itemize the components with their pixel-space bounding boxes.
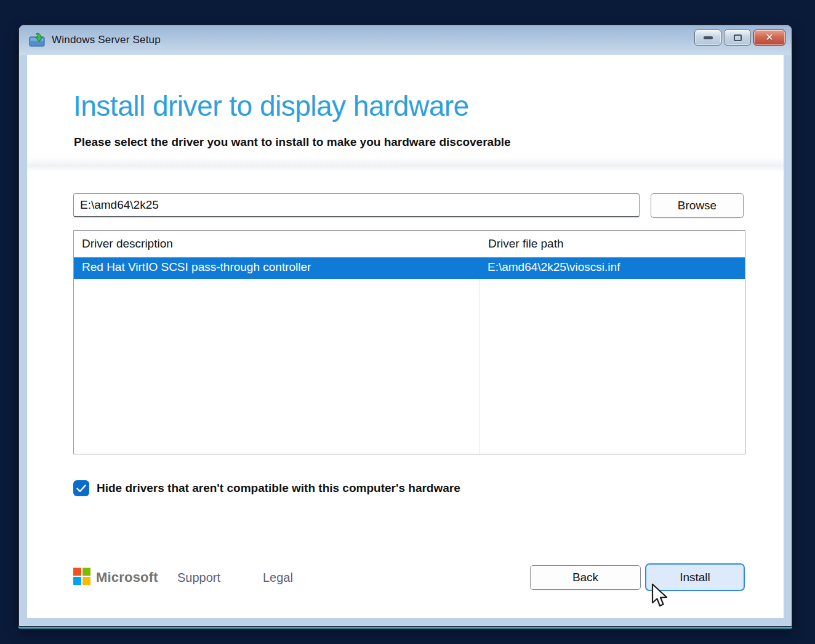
driver-path-input[interactable] — [73, 193, 640, 217]
hide-incompatible-checkbox[interactable] — [73, 480, 89, 496]
titlebar[interactable]: Windows Server Setup ✕ — [19, 25, 792, 55]
hide-incompatible-option[interactable]: Hide drivers that aren't compatible with… — [73, 480, 460, 496]
install-button[interactable]: Install — [645, 563, 745, 591]
setup-install-icon — [29, 33, 46, 47]
hide-incompatible-label: Hide drivers that aren't compatible with… — [97, 481, 460, 495]
microsoft-logo-icon — [73, 568, 90, 585]
microsoft-brand-text: Microsoft — [96, 570, 158, 586]
setup-window: Windows Server Setup ✕ Install driver to… — [18, 25, 792, 627]
column-header-file-path[interactable]: Driver file path — [480, 231, 745, 257]
ms-logo-blue-square — [73, 577, 81, 585]
back-button[interactable]: Back — [530, 565, 641, 590]
support-link[interactable]: Support — [177, 571, 220, 585]
driver-table[interactable]: Driver description Driver file path Red … — [73, 230, 745, 454]
close-icon: ✕ — [765, 33, 773, 42]
ms-logo-yellow-square — [82, 577, 90, 585]
driver-table-row-selected[interactable]: Red Hat VirtIO SCSI pass-through control… — [74, 257, 745, 279]
column-header-description[interactable]: Driver description — [74, 231, 480, 257]
driver-description-cell: Red Hat VirtIO SCSI pass-through control… — [74, 257, 480, 279]
page-title: Install driver to display hardware — [73, 89, 469, 123]
close-button[interactable]: ✕ — [753, 30, 785, 46]
driver-table-header: Driver description Driver file path — [74, 231, 745, 257]
window-title: Windows Server Setup — [52, 34, 161, 46]
minimize-button[interactable] — [694, 30, 721, 46]
checkmark-icon — [76, 485, 86, 493]
minimize-icon — [704, 36, 713, 39]
ms-logo-green-square — [82, 568, 90, 576]
maximize-icon — [734, 34, 742, 41]
window-controls: ✕ — [694, 30, 785, 46]
driver-file-path-cell: E:\amd64\2k25\vioscsi.inf — [480, 257, 745, 279]
maximize-button[interactable] — [724, 30, 751, 46]
browse-button[interactable]: Browse — [651, 193, 744, 218]
header-divider-band — [27, 157, 784, 172]
ms-logo-red-square — [73, 568, 81, 576]
legal-link[interactable]: Legal — [263, 571, 293, 585]
dialog-content: Install driver to display hardware Pleas… — [27, 55, 784, 618]
page-subtitle: Please select the driver you want to ins… — [74, 135, 511, 149]
